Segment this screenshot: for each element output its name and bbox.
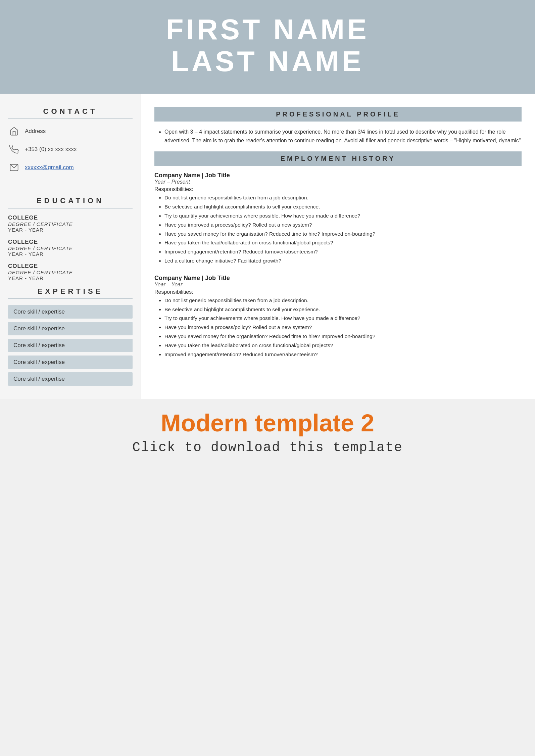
- years-1: YEAR - YEAR: [8, 227, 133, 233]
- job-1-bullet-5: Have you saved money for the organisatio…: [164, 230, 522, 238]
- page-wrapper: FIRST NAME LAST NAME CONTACT Address: [0, 0, 535, 462]
- education-entry-3: COLLEGE DEGREE / CERTIFICATE YEAR - YEAR: [8, 263, 133, 281]
- job-1-bullet-8: Led a culture change initiative? Facilit…: [164, 257, 522, 265]
- resume-header: FIRST NAME LAST NAME: [0, 0, 535, 94]
- main-content: PROFESSIONAL PROFILE Open with 3 – 4 imp…: [141, 94, 535, 399]
- job-bullets-2: Do not list generic responsibilities tak…: [154, 296, 522, 359]
- job-dates-2: Year – Year: [154, 282, 522, 288]
- contact-email: xxxxxx@gmail.com: [8, 161, 133, 174]
- job-title-1: Company Name | Job Title: [154, 172, 522, 179]
- years-3: YEAR - YEAR: [8, 275, 133, 281]
- education-entry-2: COLLEGE DEGREE / CERTIFICATE YEAR - YEAR: [8, 239, 133, 257]
- profile-bullets: Open with 3 – 4 impact statements to sum…: [154, 128, 522, 145]
- expertise-item-1: Core skill / expertise: [8, 305, 133, 319]
- job-1-bullet-1: Do not list generic responsibilities tak…: [164, 194, 522, 202]
- contact-phone: +353 (0) xx xxx xxxx: [8, 143, 133, 155]
- job-bullets-1: Do not list generic responsibilities tak…: [154, 194, 522, 265]
- contact-address: Address: [8, 125, 133, 137]
- degree-1: DEGREE / CERTIFICATE: [8, 221, 133, 227]
- job-resp-label-2: Responsibilities:: [154, 289, 522, 295]
- footer-section[interactable]: Modern template 2 Click to download this…: [0, 399, 535, 462]
- job-1-bullet-6: Have you taken the lead/collaborated on …: [164, 239, 522, 247]
- phone-text: +353 (0) xx xxx xxxx: [25, 146, 77, 153]
- job-2-bullet-6: Have you taken the lead/collaborated on …: [164, 341, 522, 350]
- job-2-bullet-1: Do not list generic responsibilities tak…: [164, 296, 522, 305]
- last-name: LAST NAME: [7, 45, 528, 77]
- template-title: Modern template 2: [7, 409, 528, 437]
- profile-bullet-1: Open with 3 – 4 impact statements to sum…: [164, 128, 522, 145]
- resume-body: CONTACT Address +353 (0) xx xxx xxxx: [0, 94, 535, 399]
- sidebar: CONTACT Address +353 (0) xx xxx xxxx: [0, 94, 141, 399]
- contact-title: CONTACT: [8, 107, 133, 119]
- email-icon: [8, 161, 20, 174]
- phone-icon: [8, 143, 20, 155]
- employment-header: EMPLOYMENT HISTORY: [154, 151, 522, 166]
- expertise-title: EXPERTISE: [8, 287, 133, 299]
- job-2-bullet-5: Have you saved money for the organisatio…: [164, 332, 522, 341]
- job-1-bullet-7: Improved engagement/retention? Reduced t…: [164, 248, 522, 256]
- job-resp-label-1: Responsibilities:: [154, 186, 522, 192]
- job-1-bullet-2: Be selective and highlight accomplishmen…: [164, 203, 522, 211]
- job-1-bullet-4: Have you improved a process/policy? Roll…: [164, 221, 522, 229]
- college-1: COLLEGE: [8, 215, 133, 221]
- college-2: COLLEGE: [8, 239, 133, 245]
- job-2-bullet-2: Be selective and highlight accomplishmen…: [164, 305, 522, 314]
- address-text: Address: [25, 128, 46, 135]
- job-title-2: Company Name | Job Title: [154, 275, 522, 282]
- email-link[interactable]: xxxxxx@gmail.com: [25, 164, 74, 171]
- expertise-item-3: Core skill / expertise: [8, 339, 133, 352]
- first-name: FIRST NAME: [7, 13, 528, 45]
- job-2-bullet-3: Try to quantify your achievements where …: [164, 314, 522, 323]
- job-entry-2: Company Name | Job Title Year – Year Res…: [154, 275, 522, 359]
- job-entry-1: Company Name | Job Title Year – Present …: [154, 172, 522, 265]
- degree-3: DEGREE / CERTIFICATE: [8, 270, 133, 275]
- college-3: COLLEGE: [8, 263, 133, 270]
- education-entry-1: COLLEGE DEGREE / CERTIFICATE YEAR - YEAR: [8, 215, 133, 233]
- years-2: YEAR - YEAR: [8, 251, 133, 257]
- job-2-bullet-4: Have you improved a process/policy? Roll…: [164, 323, 522, 332]
- job-2-bullet-7: Improved engagement/retention? Reduced t…: [164, 350, 522, 359]
- degree-2: DEGREE / CERTIFICATE: [8, 245, 133, 251]
- profile-header: PROFESSIONAL PROFILE: [154, 107, 522, 122]
- expertise-item-5: Core skill / expertise: [8, 372, 133, 386]
- job-dates-1: Year – Present: [154, 179, 522, 185]
- job-1-bullet-3: Try to quantify your achievements where …: [164, 212, 522, 220]
- expertise-item-4: Core skill / expertise: [8, 356, 133, 369]
- education-title: EDUCATION: [8, 196, 133, 208]
- download-text: Click to download this template: [7, 440, 528, 455]
- expertise-item-2: Core skill / expertise: [8, 322, 133, 335]
- address-icon: [8, 125, 20, 137]
